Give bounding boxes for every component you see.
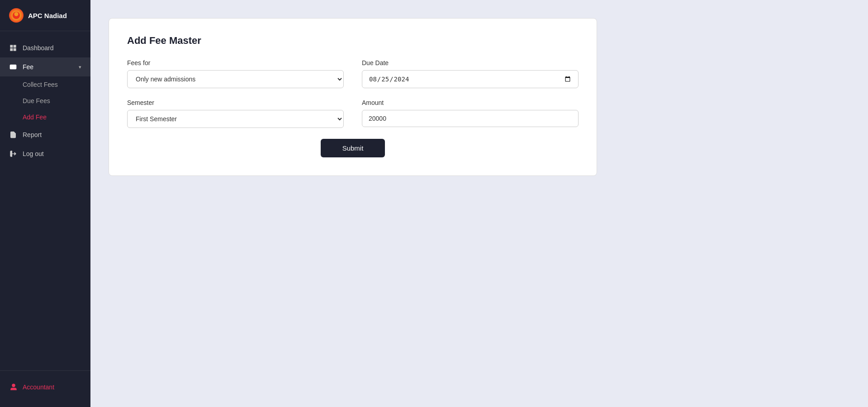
fees-for-select[interactable]: Only new admissions All students (127, 70, 344, 88)
fees-for-label: Fees for (127, 59, 344, 66)
chevron-down-icon: ▾ (79, 64, 81, 70)
user-icon (9, 383, 18, 392)
accountant-label: Accountant (23, 383, 54, 391)
brand-name: APC Nadiad (28, 12, 67, 19)
add-fee-master-card: Add Fee Master Fees for Only new admissi… (109, 18, 597, 176)
submit-button[interactable]: Submit (321, 139, 385, 157)
sidebar-item-logout[interactable]: Log out (0, 144, 90, 163)
report-icon (9, 131, 17, 139)
sidebar-item-report-label: Report (23, 131, 81, 138)
amount-input[interactable] (362, 110, 579, 127)
brand: APC Nadiad (0, 0, 90, 31)
form-title: Add Fee Master (127, 35, 579, 47)
sidebar-item-due-fees[interactable]: Due Fees (0, 93, 90, 109)
sidebar: APC Nadiad Dashboard Fee (0, 0, 90, 407)
fee-sub-navigation: Collect Fees Due Fees Add Fee (0, 76, 90, 125)
fees-for-group: Fees for Only new admissions All student… (127, 59, 344, 88)
sidebar-footer: Accountant (0, 370, 90, 407)
svg-rect-2 (10, 45, 13, 47)
due-date-group: Due Date (362, 59, 579, 88)
sidebar-navigation: Dashboard Fee ▾ Collect Fees Due Fees Ad… (0, 31, 90, 370)
accountant-role: Accountant (9, 378, 81, 396)
svg-point-1 (14, 12, 19, 16)
logout-icon (9, 150, 17, 158)
fee-icon (9, 63, 17, 71)
main-content: Add Fee Master Fees for Only new admissi… (90, 0, 868, 407)
due-date-input[interactable] (362, 70, 579, 88)
sidebar-item-fee-label: Fee (23, 63, 73, 71)
sidebar-item-collect-fees[interactable]: Collect Fees (0, 76, 90, 93)
sidebar-item-dashboard[interactable]: Dashboard (0, 38, 90, 57)
svg-rect-3 (14, 45, 16, 47)
svg-rect-5 (14, 48, 16, 51)
svg-rect-4 (10, 48, 13, 51)
amount-label: Amount (362, 99, 579, 106)
amount-group: Amount (362, 99, 579, 128)
semester-group: Semester First Semester Second Semester … (127, 99, 344, 128)
sidebar-item-logout-label: Log out (23, 150, 81, 157)
sidebar-item-report[interactable]: Report (0, 125, 90, 144)
sidebar-item-add-fee[interactable]: Add Fee (0, 109, 90, 125)
semester-label: Semester (127, 99, 344, 106)
form-row-2: Semester First Semester Second Semester … (127, 99, 579, 128)
dashboard-icon (9, 44, 17, 52)
due-date-label: Due Date (362, 59, 579, 66)
form-row-1: Fees for Only new admissions All student… (127, 59, 579, 88)
svg-point-11 (12, 384, 15, 387)
semester-select[interactable]: First Semester Second Semester Third Sem… (127, 110, 344, 128)
svg-rect-6 (10, 65, 16, 69)
submit-row: Submit (127, 139, 579, 157)
sidebar-item-fee[interactable]: Fee ▾ (0, 57, 90, 76)
brand-logo (9, 8, 24, 23)
sidebar-item-dashboard-label: Dashboard (23, 44, 81, 52)
